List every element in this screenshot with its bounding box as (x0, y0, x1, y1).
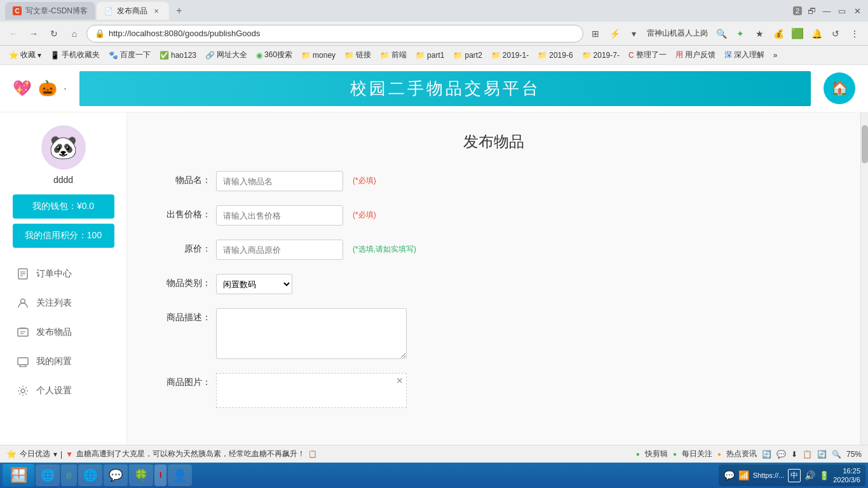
sidebar-item-orders[interactable]: 订单中心 (10, 259, 117, 288)
bookmark-deep[interactable]: 深 深入理解 (721, 48, 768, 62)
folder-icon: 📁 (491, 51, 501, 60)
lightning-icon[interactable]: ⚡ (606, 25, 623, 42)
taskbar-app-wechat[interactable]: 💬 (104, 464, 128, 486)
bookmark-2019-7[interactable]: 📁 2019-7- (578, 50, 623, 61)
refresh-button[interactable]: ↻ (46, 25, 62, 42)
bookmark-organize[interactable]: C 整理了一 (625, 48, 670, 62)
bookmark-favorites[interactable]: ⭐ 收藏 ▾ (5, 48, 45, 62)
tray-label: Shttps://... (753, 471, 785, 479)
bookmark-money[interactable]: 📁 money (297, 50, 339, 61)
star-icon[interactable]: ★ (751, 25, 768, 42)
time-block: 16:25 2020/3/6 (833, 466, 860, 485)
back-button[interactable]: ← (5, 25, 22, 42)
taskbar-app-ie[interactable]: e (61, 464, 77, 486)
bookmark-links[interactable]: 📁 链接 (341, 48, 375, 62)
folder-icon: 📁 (301, 51, 311, 60)
chat-icon[interactable]: 💬 (776, 450, 786, 459)
picture-in-picture-button[interactable]: 🗗 (806, 5, 817, 17)
user-icon[interactable]: 🔔 (808, 25, 825, 42)
taskbar-app-clover[interactable]: 🍀 (129, 464, 153, 486)
home-button[interactable]: ⌂ (66, 25, 83, 42)
maximize-button[interactable]: ▭ (836, 5, 848, 17)
form-group-product-name: 物品名： (*必填) (165, 171, 822, 191)
clipboard-icon[interactable]: 📋 (803, 450, 812, 459)
tab-csdn[interactable]: C 写文章-CSDN博客 (5, 2, 95, 20)
original-price-input[interactable] (216, 240, 343, 260)
bookmark-baidu[interactable]: 🐾 百度一下 (105, 48, 154, 62)
bookmark-hao123[interactable]: ✅ hao123 (156, 50, 200, 61)
quick-clip-button[interactable]: 快剪辑 (645, 449, 668, 459)
menu-icon[interactable]: ⋮ (846, 25, 863, 42)
close-button[interactable]: ✕ (851, 5, 863, 17)
home-button[interactable]: 🏠 (824, 72, 855, 104)
bookmark-frontend[interactable]: 📁 前端 (376, 48, 410, 62)
bookmark-part2[interactable]: 📁 part2 (449, 50, 485, 61)
folder-icon: 📁 (380, 51, 390, 60)
extensions-icon[interactable]: ⊞ (587, 25, 604, 42)
bookmark-360[interactable]: ◉ 360搜索 (252, 48, 296, 62)
tab-close-button[interactable]: ✕ (151, 6, 161, 16)
bookmark-label: 深入理解 (734, 50, 764, 60)
sidebar-item-publish[interactable]: 发布物品 (10, 318, 117, 347)
refresh-icon[interactable]: 🔄 (762, 450, 771, 459)
sidebar-item-idle[interactable]: 我的闲置 (10, 347, 117, 376)
description-textarea[interactable] (216, 308, 407, 359)
upload-close-button[interactable]: ✕ (396, 376, 403, 385)
sync-icon[interactable]: ↺ (827, 25, 844, 42)
tab-publish[interactable]: 📄 发布商品 ✕ (97, 2, 169, 20)
wallet-button[interactable]: 我的钱包：¥0.0 (13, 194, 114, 219)
search-icon[interactable]: 🔍 (713, 25, 729, 42)
taskbar-app-unknown[interactable]: 👤 (168, 464, 192, 486)
scrollbar-thumb[interactable] (862, 125, 868, 163)
daily-attention-button[interactable]: 每日关注 (682, 449, 712, 459)
csdn-icon: C (628, 51, 634, 60)
form-group-description: 商品描述： (165, 308, 822, 359)
bookmark-label: 手机收藏夹 (62, 50, 100, 60)
forward-button[interactable]: → (25, 25, 42, 42)
product-name-input[interactable] (216, 171, 343, 191)
category-select[interactable]: 闲置数码 图书教材 生活用品 服装配饰 运动器材 其他 (216, 274, 292, 294)
sync-icon2[interactable]: 🔄 (817, 450, 827, 459)
wallet-icon[interactable]: 💰 (770, 25, 787, 42)
taskbar-app-chrome[interactable]: 🌐 (36, 464, 60, 486)
tray-signal-icon: 📶 (738, 470, 749, 480)
image-upload-area[interactable]: ✕ (216, 373, 407, 408)
minimize-button[interactable]: — (821, 5, 832, 17)
address-input[interactable]: 🔒 http://localhost:8080/goods/publishGoo… (86, 25, 583, 43)
bookmark-urls[interactable]: 🔗 网址大全 (201, 48, 251, 62)
start-button[interactable]: 🪟 (3, 464, 34, 487)
collection-icon[interactable]: 🟩 (789, 25, 806, 42)
orders-icon (16, 267, 30, 281)
translate-icon[interactable]: ✦ (732, 25, 749, 42)
bookmark-2019-1[interactable]: 📁 2019-1- (487, 50, 532, 61)
tab-title-csdn: 写文章-CSDN博客 (25, 6, 88, 17)
sidebar-item-settings[interactable]: 个人设置 (10, 376, 117, 405)
page-title: 发布物品 (165, 132, 822, 152)
form-group-image: 商品图片： ✕ (165, 373, 822, 408)
news-separator: | (60, 450, 62, 459)
news-more-icon[interactable]: 📋 (308, 450, 317, 458)
scrollbar-track[interactable] (860, 112, 868, 445)
bookmark-more[interactable]: » (770, 50, 782, 61)
sidebar-item-watchlist[interactable]: 关注列表 (10, 288, 117, 318)
taskbar-app-idea[interactable]: I (154, 464, 166, 486)
sale-price-input[interactable] (216, 205, 343, 226)
dropdown-icon[interactable]: ▾ (625, 25, 642, 42)
bookmark-2019-6[interactable]: 📁 2019-6 (534, 50, 576, 61)
download-icon[interactable]: ⬇ (791, 450, 797, 459)
bookmark-feedback[interactable]: 用 用户反馈 (672, 48, 719, 62)
heart-icon: 💖 (13, 79, 32, 97)
hot-news-button[interactable]: 热点资讯 (726, 449, 757, 459)
deep-icon: 深 (724, 50, 732, 60)
credit-button[interactable]: 我的信用积分：100 (13, 224, 114, 248)
bookmark-mobile[interactable]: 📱 手机收藏夹 (46, 48, 104, 62)
new-tab-button[interactable]: + (170, 2, 188, 20)
taskbar-app-chrome2[interactable]: 🌐 (78, 464, 102, 486)
search-status-icon[interactable]: 🔍 (832, 450, 841, 459)
sale-price-label: 出售价格： (165, 205, 216, 220)
settings-icon (16, 384, 30, 398)
green-dot-1: ● (636, 451, 640, 458)
tray-wechat-icon: 💬 (724, 470, 735, 480)
bookmark-part1[interactable]: 📁 part1 (412, 50, 448, 61)
today-select-icon: ⭐ (6, 449, 17, 459)
